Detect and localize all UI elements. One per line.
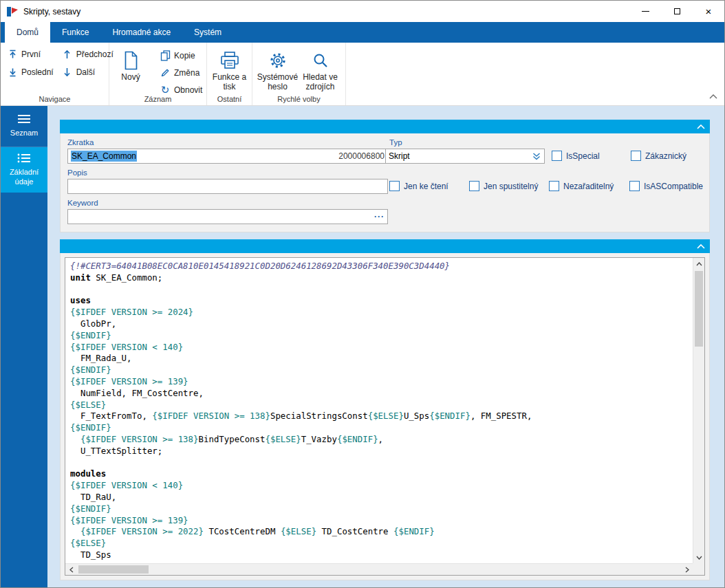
- dropdown-icon[interactable]: [532, 152, 541, 161]
- arrow-down-icon: [62, 67, 73, 77]
- copy-icon: [160, 50, 171, 61]
- main-content: Zkratka SK_EA_Common 2000006800 Typ Skri…: [47, 106, 724, 587]
- previous-button[interactable]: Předchozí: [58, 47, 117, 61]
- checkbox-zakaznicky[interactable]: Zákaznický: [631, 151, 686, 161]
- scrollbar-corner: [693, 563, 704, 575]
- code-line: FM_Rada_U,: [70, 353, 688, 364]
- popis-label: Popis: [67, 168, 87, 177]
- detail-panel: Zkratka SK_EA_Common 2000006800 Typ Skri…: [60, 120, 710, 232]
- code-line: {$ENDIF}: [70, 330, 688, 342]
- checkbox-box[interactable]: [549, 181, 559, 191]
- code-line: U_TTextSplitter;: [70, 446, 688, 457]
- next-button[interactable]: Další: [58, 65, 117, 78]
- code-line: NumField, FM_CostCentre,: [70, 388, 688, 400]
- checkbox-nezaraditelny[interactable]: Nezařaditelný: [549, 181, 614, 191]
- code-line: TD_Sps: [70, 549, 688, 561]
- code-line: {$ELSE}: [70, 538, 688, 549]
- sidebar-item-zakladni-udaje[interactable]: Základní údaje: [1, 147, 47, 193]
- close-button[interactable]: ×: [693, 1, 724, 22]
- arrow-up-icon: [62, 49, 73, 59]
- tab-domu[interactable]: Domů: [5, 22, 50, 43]
- scroll-left-icon[interactable]: [65, 564, 77, 576]
- code-line: {$ENDIF}: [70, 364, 688, 376]
- collapse-panel-icon[interactable]: [697, 124, 705, 129]
- typ-label: Typ: [389, 138, 402, 146]
- typ-value: Skript: [389, 151, 410, 161]
- checkbox-box[interactable]: [389, 181, 400, 191]
- browse-button[interactable]: ···: [374, 212, 385, 221]
- sidebar-item-seznam[interactable]: Seznam: [1, 106, 47, 147]
- script-panel-header: [60, 239, 710, 253]
- horizontal-scrollbar[interactable]: [65, 563, 693, 575]
- code-line: {!#CERT3=64041B08EC0CA810E0145418921C0D2…: [70, 261, 688, 272]
- checkbox-box[interactable]: [552, 151, 562, 161]
- tab-funkce[interactable]: Funkce: [50, 22, 100, 43]
- edit-button[interactable]: Změna: [156, 66, 206, 79]
- vertical-scrollbar[interactable]: [693, 258, 704, 563]
- gear-icon: [270, 50, 286, 72]
- maximize-button[interactable]: [661, 1, 693, 22]
- code-line: {$IFDEF VERSION >= 139}: [70, 376, 688, 388]
- checkbox-isspecial[interactable]: IsSpecial: [552, 151, 600, 161]
- zkratka-input[interactable]: SK_EA_Common 2000006800: [67, 149, 388, 164]
- code-line: {$IFDEF VERSION >= 138}BindTypeConst{$EL…: [70, 434, 688, 446]
- code-line: TD_RaU,: [70, 492, 688, 503]
- window-controls: ×: [629, 1, 724, 22]
- zkratka-id: 2000006800: [338, 151, 385, 161]
- scroll-down-icon[interactable]: [693, 552, 705, 563]
- list-icon: [17, 153, 31, 164]
- code-lines[interactable]: {!#CERT3=64041B08EC0CA810E0145418921C0D2…: [65, 258, 693, 563]
- detail-form: Zkratka SK_EA_Common 2000006800 Typ Skri…: [60, 133, 710, 232]
- window-title: Skripty, sestavy: [23, 7, 80, 17]
- group-label-zaznam: Záznam: [109, 95, 206, 103]
- code-line: [70, 457, 688, 469]
- ribbon-group-rychle-volby: Systémové heslo Hledat ve zdrojích Rychl…: [252, 43, 346, 105]
- collapse-ribbon-icon[interactable]: [709, 89, 717, 102]
- checkbox-box[interactable]: [629, 181, 640, 191]
- popis-input[interactable]: [67, 179, 388, 194]
- code-line: F_TextFromTo, {$IFDEF VERSION >= 138}Spe…: [70, 411, 688, 422]
- group-label-ostatni: Ostatní: [207, 95, 252, 103]
- title-bar: Skripty, sestavy ×: [1, 1, 724, 22]
- code-line: {$IFDEF VERSION >= 139}: [70, 515, 688, 527]
- typ-combobox[interactable]: Skript: [385, 149, 545, 164]
- vertical-scroll-thumb[interactable]: [695, 271, 703, 347]
- code-line: GlobPr,: [70, 318, 688, 330]
- ribbon-tab-bar: Domů Funkce Hromadné akce Systém: [1, 22, 724, 43]
- scroll-up-icon[interactable]: [693, 258, 705, 270]
- refresh-icon: ↻: [160, 85, 171, 95]
- collapse-panel-icon[interactable]: [697, 244, 705, 249]
- keyword-input[interactable]: ···: [67, 209, 388, 224]
- app-icon: [6, 6, 19, 18]
- keyword-label: Keyword: [67, 199, 98, 207]
- code-line: {$IFDEF VERSION >= 2022} TCostCentreDM {…: [70, 526, 688, 538]
- group-label-rychle-volby: Rychlé volby: [252, 95, 345, 103]
- minimize-button[interactable]: [629, 1, 661, 22]
- checkbox-isascompatible[interactable]: IsASCompatible: [629, 181, 703, 191]
- detail-panel-header: [60, 120, 710, 133]
- checkbox-jen-spustitelny[interactable]: Jen spustitelný: [469, 181, 538, 191]
- scroll-right-icon[interactable]: [681, 564, 693, 576]
- ribbon-group-ostatni: Funkce a tisk Ostatní: [207, 43, 252, 105]
- edit-icon: [160, 67, 171, 78]
- code-editor: {!#CERT3=64041B08EC0CA810E0145418921C0D2…: [65, 257, 705, 576]
- script-panel: {!#CERT3=64041B08EC0CA810E0145418921C0D2…: [60, 239, 710, 580]
- code-line: {$IFDEF VERSION < 140}: [70, 342, 688, 353]
- checkbox-box[interactable]: [469, 181, 479, 191]
- checkbox-box[interactable]: [631, 151, 641, 161]
- code-line: uses: [70, 295, 688, 307]
- horizontal-scroll-thumb[interactable]: [78, 565, 149, 574]
- code-line: {$ENDIF}: [70, 503, 688, 515]
- last-button[interactable]: Poslední: [3, 65, 57, 78]
- first-button[interactable]: První: [3, 47, 57, 61]
- copy-button[interactable]: Kopie: [156, 49, 206, 62]
- first-record-icon: [7, 49, 18, 59]
- ribbon: První Poslední Předchozí: [1, 43, 724, 106]
- code-line: unit SK_EA_Common;: [70, 272, 688, 284]
- tab-hromadne-akce[interactable]: Hromadné akce: [100, 22, 182, 43]
- ribbon-group-zaznam: Nový Kopie Změna ↻ Obnovit: [109, 43, 207, 105]
- ribbon-group-navigace: První Poslední Předchozí: [1, 43, 109, 105]
- tab-system[interactable]: Systém: [182, 22, 233, 43]
- checkbox-jen-ke-cteni[interactable]: Jen ke čtení: [389, 181, 448, 191]
- new-document-icon: [123, 50, 139, 72]
